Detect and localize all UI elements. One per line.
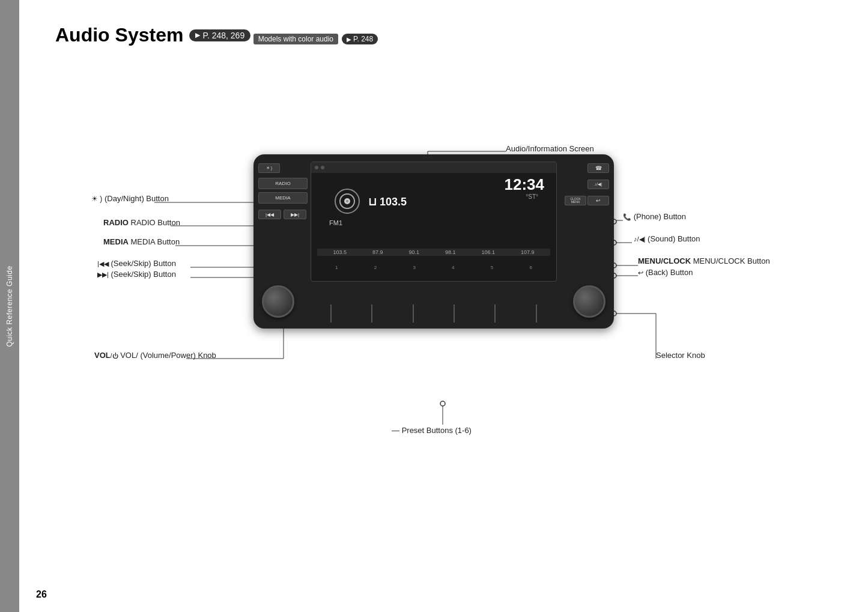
preset-stem-2 [371, 304, 372, 323]
preset-2: 2 [374, 265, 377, 270]
screen-top-bar [311, 162, 556, 173]
screen-time: 12:34 [505, 175, 545, 194]
seek-fwd-text: (Seek/Skip) Button [111, 270, 175, 279]
audio-screen: 12:34 °ST° FM1 ⊔ 103.5 103.5 87.9 90.1 9… [311, 162, 557, 282]
menu-clock-bold: MENU/CLOCK [638, 256, 691, 265]
day-night-text: (Day/Night) Button [105, 194, 169, 203]
sound-icon-unit: ♪/◀| [595, 182, 602, 187]
ref-text: P. 248, 269 [202, 31, 244, 40]
sub-ref-text: P. 248 [353, 35, 373, 43]
clock-menu-icon-unit: CLOCKMENU [570, 198, 580, 204]
sound-icon-lbl: ♪/◀| [634, 235, 645, 243]
page-number: 26 [36, 589, 47, 600]
day-night-icon: ☀ ) [266, 166, 272, 171]
selector-knob-unit[interactable] [573, 285, 605, 318]
screen-frequency: ⊔ 103.5 [368, 195, 407, 208]
freq-1: 103.5 [333, 249, 347, 255]
vol-text: VOL/ (Volume/Power) Knob [120, 351, 216, 360]
sound-text: (Sound) Button [648, 234, 700, 243]
back-icon-unit: ↩ [596, 198, 601, 204]
preset-5: 5 [491, 265, 493, 270]
preset-3: 3 [413, 265, 415, 270]
screen-st-label: °ST° [526, 193, 538, 200]
page-reference: ▶ P. 248, 269 [189, 29, 250, 41]
sub-ref-arrow-icon: ▶ [347, 36, 351, 43]
radio-text: RADIO Button [131, 218, 180, 227]
sidebar: Quick Reference Guide [0, 0, 19, 612]
phone-icon-lbl: 📞 [623, 213, 631, 220]
back-button-label: ↩ (Back) Button [638, 268, 693, 277]
radio-icon [332, 186, 362, 216]
unit-right-buttons: ☎ ♪/◀| CLOCKMENU ↩ [560, 160, 609, 207]
diagram-container: Audio/Information Screen 12:34 °ST° F [55, 58, 836, 467]
screen-indicator-2 [321, 166, 324, 169]
media-button-label: MEDIA MEDIA Button [103, 237, 180, 246]
seek-back-icon: |◀◀ [266, 212, 274, 217]
preset-buttons-row [311, 317, 557, 323]
day-night-label: ☀ ) (Day/Night) Button [91, 194, 169, 203]
main-content: Audio System ▶ P. 248, 269 Models with c… [19, 0, 868, 612]
sub-badge-label: Models with color audio [253, 34, 338, 44]
vol-bold: VOL [94, 351, 111, 360]
phone-button-label: 📞 (Phone) Button [623, 212, 686, 221]
screen-preset-bar: 1 2 3 4 5 6 [317, 265, 550, 270]
seek-fwd-icon-lbl: ▶▶| [97, 271, 109, 278]
preset-stem-6 [536, 304, 537, 323]
screen-fm-label: FM1 [329, 219, 342, 226]
screen-freq-bar: 103.5 87.9 90.1 98.1 106.1 107.9 [317, 249, 550, 256]
freq-2: 87.9 [372, 249, 383, 255]
preset-buttons-label: — Preset Buttons (1-6) [392, 426, 472, 435]
menu-clock-text: MENU/CLOCK Button [693, 256, 770, 265]
seek-back-text: (Seek/Skip) Button [111, 259, 175, 268]
sub-badge-ref: ▶ P. 248 [342, 34, 378, 44]
menu-clock-label: MENU/CLOCK MENU/CLOCK Button [638, 256, 770, 265]
seek-fwd-label: ▶▶| (Seek/Skip) Button [97, 270, 176, 279]
phone-icon-unit: ☎ [595, 165, 602, 171]
seek-back-label: |◀◀ (Seek/Skip) Button [97, 259, 176, 268]
ref-arrow-icon: ▶ [195, 31, 200, 39]
preset-1: 1 [335, 265, 338, 270]
title-area: Audio System ▶ P. 248, 269 Models with c… [55, 24, 832, 46]
seek-back-icon-lbl: |◀◀ [97, 260, 109, 267]
title-text: Audio System [55, 24, 183, 46]
svg-point-33 [346, 200, 348, 202]
media-text: MEDIA Button [131, 237, 180, 246]
preset-stem-5 [494, 304, 496, 323]
volume-power-knob[interactable] [262, 285, 294, 318]
back-icon-lbl: ↩ [638, 269, 643, 276]
media-button-unit[interactable]: MEDIA [258, 192, 308, 204]
phone-text: (Phone) Button [634, 212, 686, 221]
preset-6: 6 [529, 265, 532, 270]
audio-info-screen-label: Audio/Information Screen [506, 144, 594, 153]
freq-3: 90.1 [408, 249, 419, 255]
svg-point-29 [440, 401, 445, 406]
audio-unit: 12:34 °ST° FM1 ⊔ 103.5 103.5 87.9 90.1 9… [253, 154, 614, 329]
media-bold: MEDIA [103, 237, 129, 246]
sub-badge-area: Models with color audio ▶ P. 248 [253, 34, 378, 44]
preset-stem-1 [330, 304, 332, 323]
screen-indicator [315, 166, 318, 169]
vol-knob-label: VOL/⏻ VOL/ (Volume/Power) Knob [94, 351, 216, 360]
preset-buttons-text: Preset Buttons (1-6) [402, 426, 472, 435]
vol-icon: /⏻ [111, 353, 118, 359]
back-text: (Back) Button [646, 268, 693, 277]
page-title: Audio System ▶ P. 248, 269 [55, 24, 250, 46]
radio-button-label: RADIO RADIO Button [103, 218, 180, 227]
freq-5: 106.1 [481, 249, 495, 255]
preset-4: 4 [452, 265, 454, 270]
selector-knob-label: Selector Knob [656, 351, 705, 360]
sidebar-label: Quick Reference Guide [5, 265, 14, 347]
preset-stem-4 [454, 304, 455, 323]
radio-button-unit[interactable]: RADIO [258, 178, 308, 189]
seek-fwd-icon: ▶▶| [291, 212, 299, 217]
unit-left-buttons: ☀ ) RADIO MEDIA |◀◀ ▶▶| [258, 160, 308, 221]
freq-6: 107.9 [521, 249, 535, 255]
preset-stem-3 [413, 304, 414, 323]
radio-bold: RADIO [103, 218, 129, 227]
sound-button-label: ♪/◀| (Sound) Button [634, 234, 700, 243]
freq-4: 98.1 [445, 249, 456, 255]
